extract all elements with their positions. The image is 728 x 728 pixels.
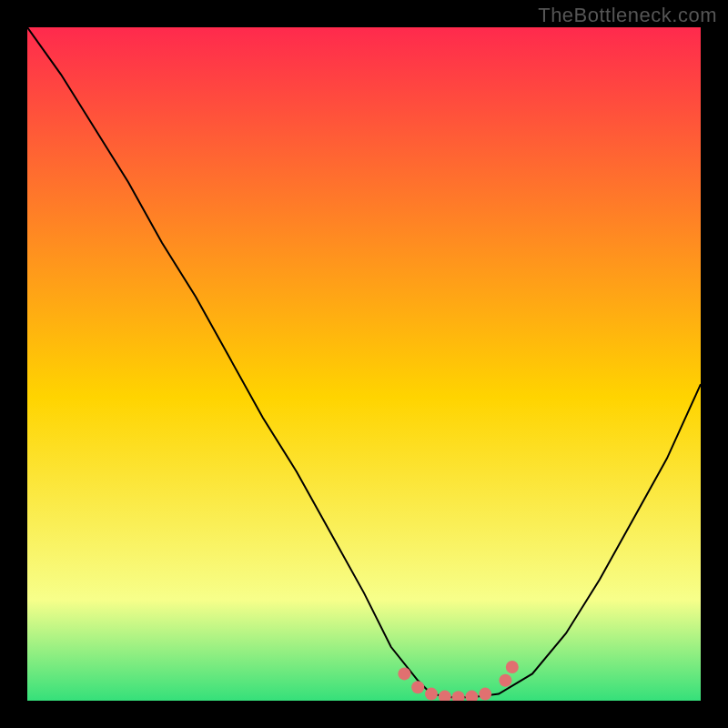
gradient-background	[27, 27, 701, 701]
optimal-dot	[506, 661, 519, 673]
chart-frame: TheBottleneck.com	[0, 0, 728, 728]
optimal-dot	[398, 667, 410, 680]
chart-svg	[27, 27, 701, 701]
optimal-dot	[499, 674, 511, 687]
optimal-dot	[411, 681, 424, 693]
watermark-text: TheBottleneck.com	[538, 4, 717, 27]
optimal-dot	[479, 688, 491, 701]
optimal-dot	[425, 688, 438, 701]
plot-area	[27, 27, 701, 701]
